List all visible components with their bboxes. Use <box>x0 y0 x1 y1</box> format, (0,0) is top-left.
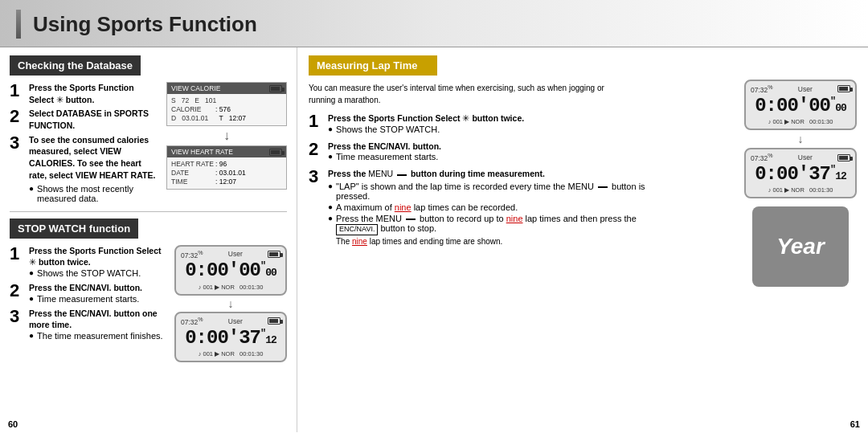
lap-user-1: User <box>798 85 813 93</box>
sw-time-top-1: 07:32% <box>181 250 203 259</box>
calorie-row-2: CALORIE : 576 <box>171 105 282 113</box>
lap-bullet-text-3b: A maximum of nine lap times can be recor… <box>336 202 518 212</box>
bullet-db: ● Shows the most recently measured data. <box>29 184 160 203</box>
lap-bottom-2: ♪ 001 ▶ NOR 00:01:30 <box>751 186 850 194</box>
calorie-box-header: VIEW CALORIE <box>167 83 286 94</box>
sw-step-num-1: 1 <box>10 245 24 263</box>
lap-bottom-1: ♪ 001 ▶ NOR 00:01:30 <box>751 118 850 125</box>
heart-rate-content: HEART RATE : 96 DATE : 03.01.01 TIME : 1… <box>167 157 286 189</box>
right-devices-group: 07:32% User 0:00'00"00 ♪ 001 ▶ NOR 00:01… <box>744 80 857 287</box>
right-column: Measuring Lap Time You can measure the u… <box>297 47 868 432</box>
lap-user-2: User <box>798 153 813 161</box>
lap-step-num-3: 3 <box>309 168 323 186</box>
lap-step-text-2: Press the ENC/NAVI. button. <box>328 141 441 151</box>
step-1-db: 1 Press the Sports Function Select ✳ but… <box>10 82 160 105</box>
sw-time-display-1: 0:00'00"00 <box>181 260 280 281</box>
hr-val: : 96 <box>215 160 227 168</box>
sw-battery-2 <box>268 317 280 325</box>
sw-bullet-icon-1: ● <box>29 268 34 277</box>
sw-user-1: User <box>228 250 243 258</box>
lap-bullet-icon-3c: ● <box>328 214 333 223</box>
step-text-1: Press the Sports Function Select ✳ butto… <box>29 82 160 105</box>
lap-step-text-1: Press the Sports Function Select ✳ butto… <box>328 113 524 123</box>
sw-bullet-icon-2: ● <box>29 294 34 303</box>
lap-device-1: 07:32% User 0:00'00"00 ♪ 001 ▶ NOR 00:01… <box>744 80 857 130</box>
sw-step-text-1: Press the Sports Function Select ✳ butto… <box>29 246 162 268</box>
battery-icon <box>269 85 282 92</box>
sw-step-num-2: 2 <box>10 282 24 300</box>
left-column: Checking the Database 1 Press the Sports… <box>0 47 297 432</box>
lap-step-num-1: 1 <box>309 112 323 130</box>
stopwatch-header: STOP WATCH function <box>10 219 138 239</box>
lap-time-display-2: 0:00'37"12 <box>751 164 850 185</box>
sw-step-text-2: Press the ENC/NAVI. button. <box>29 283 142 292</box>
lap-bullet-2: ● Time measurement starts. <box>328 152 441 161</box>
sw-bottom-1: ♪ 001 ▶ NOR 00:01:30 <box>181 284 280 291</box>
hr-date-key: DATE <box>171 169 215 177</box>
lap-arrow-down: ↓ <box>798 133 804 145</box>
step-3-db: 3 To see the consumed calories measured,… <box>10 134 160 182</box>
lap-bullet-3b: ● A maximum of nine lap times can be rec… <box>328 202 646 212</box>
step-number-3: 3 <box>10 134 24 152</box>
hr-time-key: TIME <box>171 178 215 186</box>
sw-device-2: 07:32% User 0:00'37"12 ♪ 001 ▶ NOR 00:01… <box>174 312 287 362</box>
hr-row-1: HEART RATE : 96 <box>171 160 282 168</box>
measuring-lap-header: Measuring Lap Time <box>309 55 437 76</box>
sw-bullet-text-2: Time measurement starts. <box>37 294 139 304</box>
time-val: T 12:07 <box>215 114 246 122</box>
page-number-left: 60 <box>8 419 18 429</box>
step-text-3: To see the consumed calories measured, s… <box>29 134 160 182</box>
step-2-db: 2 Select DATABASE in SPORTS FUNCTION. <box>10 108 160 131</box>
lap-bullet-1: ● Shows the STOP WATCH. <box>328 125 524 134</box>
lap-bullet-3c: ● Press the MENU button to record up to … <box>328 214 646 235</box>
sw-device-2-topbar: 07:32% User <box>181 317 280 326</box>
lap-device-2: 07:32% User 0:00'37"12 ♪ 001 ▶ NOR 00:01… <box>744 148 857 198</box>
calorie-label: VIEW CALORIE <box>171 84 220 92</box>
lap-bullet-text-1: Shows the STOP WATCH. <box>336 125 440 134</box>
lap-battery-2 <box>837 154 850 161</box>
sw-step-3: 3 Press the ENC/NAVI. button one more ti… <box>10 308 168 342</box>
sw-step-2: 2 Press the ENC/NAVI. button. ● Time mea… <box>10 282 168 305</box>
lap-text-3d: The nine lap times and ending time are s… <box>336 237 646 246</box>
lap-bullet-text-3c: Press the MENU button to record up to ni… <box>336 214 646 235</box>
sw-bullet-2: ● Time measurement starts. <box>29 294 142 304</box>
lap-bullet-3a: ● "LAP" is shown and the lap time is rec… <box>328 182 646 201</box>
lap-battery-1 <box>837 85 850 92</box>
section-checking-database: Checking the Database 1 Press the Sports… <box>10 55 287 205</box>
lap-time-top-1: 07:32% <box>751 84 773 94</box>
heart-rate-label: VIEW HEART RATE <box>171 148 233 156</box>
step-number-2: 2 <box>10 108 24 125</box>
calorie-box: VIEW CALORIE S 72 E 101 CALORIE <box>166 82 287 126</box>
main-content: Checking the Database 1 Press the Sports… <box>0 47 868 432</box>
sw-time-display-2: 0:00'37"12 <box>181 328 280 349</box>
sw-bullet-text-1: Shows the STOP WATCH. <box>37 268 141 278</box>
hr-key: HEART RATE <box>171 160 215 168</box>
hr-date-val: : 03.01.01 <box>215 169 246 177</box>
sw-bullet-3: ● The time measurement finishes. <box>29 331 168 341</box>
step-number-1: 1 <box>10 82 24 100</box>
lap-step-3: 3 Press the MENU button during time meas… <box>309 168 646 245</box>
sw-bottom-2: ♪ 001 ▶ NOR 00:01:30 <box>181 350 280 357</box>
lap-time-display-1: 0:00'00"00 <box>751 96 850 116</box>
page-header: Using Sports Function <box>0 0 868 47</box>
calorie-val: : 576 <box>215 105 231 113</box>
section-stopwatch: STOP WATCH function 1 Press the Sports F… <box>10 219 287 362</box>
step-text-2: Select DATABASE in SPORTS FUNCTION. <box>29 108 160 131</box>
bullet-icon: ● <box>29 184 34 193</box>
lap-step-text-3: Press the MENU button during time measur… <box>328 169 545 178</box>
lap-device-1-topbar: 07:32% User <box>751 84 850 94</box>
lap-step-num-2: 2 <box>309 141 323 158</box>
checking-database-header: Checking the Database <box>10 55 141 76</box>
calorie-key: CALORIE <box>171 105 215 113</box>
data-boxes: VIEW CALORIE S 72 E 101 CALORIE <box>166 82 287 205</box>
sw-step-text-3: Press the ENC/NAVI. button one more time… <box>29 308 158 330</box>
year-image: Year <box>752 206 849 287</box>
lap-step-2: 2 Press the ENC/NAVI. button. ● Time mea… <box>309 141 646 164</box>
lap-bullet-icon-3a: ● <box>328 182 333 190</box>
lap-bullet-text-2: Time measurement starts. <box>336 152 438 161</box>
lap-bullet-icon-3b: ● <box>328 202 333 211</box>
lap-device-2-topbar: 07:32% User <box>751 153 850 162</box>
lap-step-1: 1 Press the Sports Function Select ✳ but… <box>309 112 646 136</box>
s-label: S 72 E 101 <box>171 96 216 104</box>
sw-bullet-icon-3: ● <box>29 331 34 340</box>
